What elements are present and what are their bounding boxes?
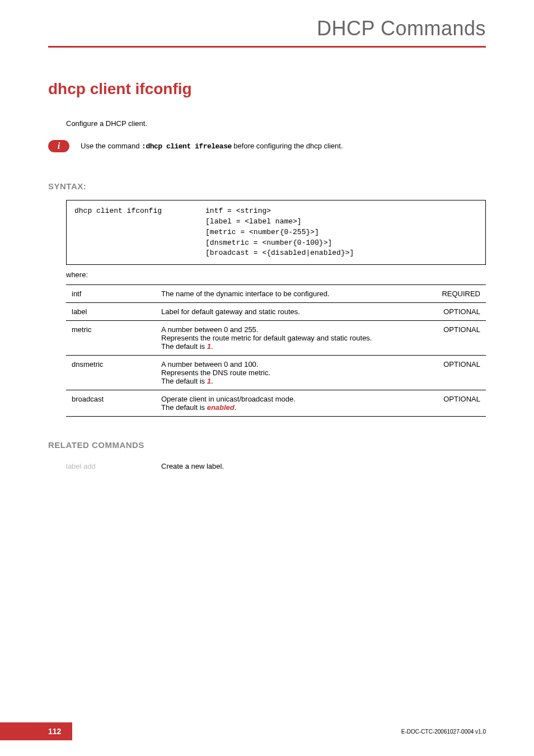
related-row: label add Create a new label. xyxy=(66,462,486,470)
page-header: DHCP Commands xyxy=(0,0,534,48)
param-desc: A number between 0 and 100. Represents t… xyxy=(156,356,430,390)
page-footer: 112 E-DOC-CTC-20061027-0004 v1.0 xyxy=(0,722,534,740)
param-default: enabled xyxy=(207,403,235,412)
period: . xyxy=(211,342,213,351)
related-desc: Create a new label. xyxy=(161,462,224,470)
param-desc: A number between 0 and 255. Represents t… xyxy=(156,321,430,356)
param-req: OPTIONAL xyxy=(430,303,486,321)
param-desc-line: The default is xyxy=(161,377,207,385)
table-row: intf The name of the dynamic interface t… xyxy=(66,285,486,303)
syntax-heading: SYNTAX: xyxy=(48,181,486,191)
param-desc-line: A number between 0 and 100. xyxy=(161,360,258,368)
param-req: OPTIONAL xyxy=(430,356,486,390)
period: . xyxy=(235,403,237,412)
param-desc-line: Operate client in unicast/broadcast mode… xyxy=(161,395,296,403)
param-name: label xyxy=(66,303,156,321)
param-req: OPTIONAL xyxy=(430,390,486,417)
param-desc: The name of the dynamic interface to be … xyxy=(156,285,430,303)
where-label: where: xyxy=(66,270,486,279)
header-title: DHCP Commands xyxy=(48,17,486,40)
param-desc: Operate client in unicast/broadcast mode… xyxy=(156,390,430,417)
param-desc-line: Represents the DNS route metric. xyxy=(161,368,270,377)
description-text: Configure a DHCP client. xyxy=(66,119,486,128)
syntax-box: dhcp client ifconfig intf = <string> [la… xyxy=(66,200,486,265)
table-row: broadcast Operate client in unicast/broa… xyxy=(66,390,486,417)
related-command-link[interactable]: label add xyxy=(66,462,161,470)
param-name: broadcast xyxy=(66,390,156,417)
page-title: dhcp client ifconfig xyxy=(48,80,486,98)
period: . xyxy=(211,377,213,385)
param-desc-line: A number between 0 and 255. xyxy=(161,325,258,334)
table-row: metric A number between 0 and 255. Repre… xyxy=(66,321,486,356)
page-number: 112 xyxy=(0,722,72,740)
param-desc: Label for default gateway and static rou… xyxy=(156,303,430,321)
param-table: intf The name of the dynamic interface t… xyxy=(66,284,486,417)
info-text: Use the command :dhcp client ifrelease b… xyxy=(81,142,343,151)
table-row: label Label for default gateway and stat… xyxy=(66,303,486,321)
param-default: 1 xyxy=(207,377,211,385)
param-name: intf xyxy=(66,285,156,303)
param-name: metric xyxy=(66,321,156,356)
info-suffix: before configuring the dhcp client. xyxy=(232,142,343,150)
param-req: REQUIRED xyxy=(430,285,486,303)
info-callout: i Use the command :dhcp client ifrelease… xyxy=(48,140,486,152)
param-desc-line: The default is xyxy=(161,403,207,412)
param-default: 1 xyxy=(207,342,211,351)
info-icon: i xyxy=(48,140,69,152)
param-name: dnsmetric xyxy=(66,356,156,390)
param-desc-line: The default is xyxy=(161,342,207,351)
header-rule xyxy=(48,46,486,48)
page-content: dhcp client ifconfig Configure a DHCP cl… xyxy=(0,80,534,470)
param-req: OPTIONAL xyxy=(430,321,486,356)
document-id: E-DOC-CTC-20061027-0004 v1.0 xyxy=(401,729,486,735)
info-prefix: Use the command xyxy=(81,142,142,150)
info-icon-glyph: i xyxy=(58,141,60,151)
related-heading: RELATED COMMANDS xyxy=(48,440,486,450)
table-row: dnsmetric A number between 0 and 100. Re… xyxy=(66,356,486,390)
param-desc-line: Represents the route metric for default … xyxy=(161,334,372,342)
info-command: :dhcp client ifrelease xyxy=(142,142,232,151)
